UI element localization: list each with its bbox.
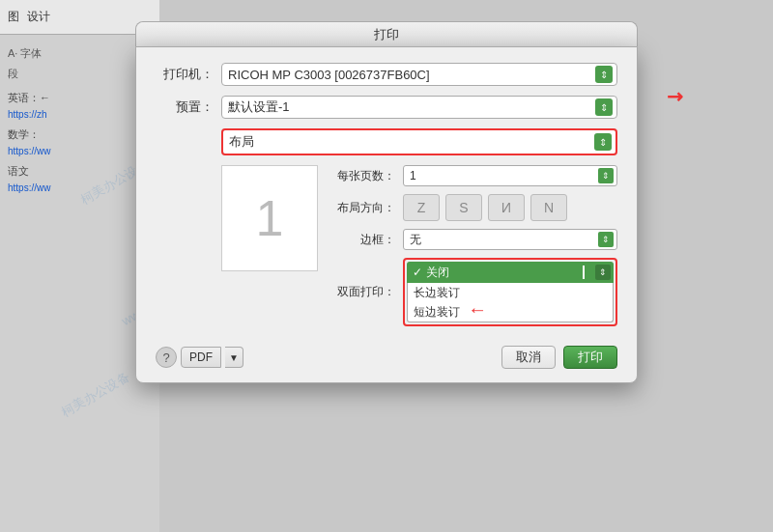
printer-select-wrap: RICOH MP C3003 [0026737FB60C] ⇕ <box>221 63 617 86</box>
border-value: 无 <box>410 232 421 248</box>
direction-icons: Z S N N <box>403 194 567 221</box>
english-label: 英语：← <box>8 91 152 105</box>
print-button[interactable]: 打印 <box>563 346 617 369</box>
duplex-checkmark: ✓ <box>413 266 422 279</box>
dialog-title: 打印 <box>374 26 399 43</box>
pages-per-sheet-value: 1 <box>410 169 416 182</box>
printer-label: 打印机： <box>156 66 214 83</box>
pages-per-sheet-select[interactable]: 1 ⇕ <box>403 165 617 186</box>
direction-z[interactable]: Z <box>403 194 440 221</box>
preset-select[interactable]: 默认设置-1 ⇕ <box>221 96 617 119</box>
footer-right: 取消 打印 <box>501 346 617 369</box>
printer-select[interactable]: RICOH MP C3003 [0026737FB60C] ⇕ <box>221 63 617 86</box>
duplex-dropdown: ✓ 关闭 ⇕ 长边装订 短边装订 <box>407 262 614 322</box>
cancel-button[interactable]: 取消 <box>501 346 556 369</box>
duplex-selected[interactable]: ✓ 关闭 ⇕ <box>407 262 614 283</box>
print-label: 打印 <box>578 349 603 366</box>
pdf-arrow-button[interactable]: ▼ <box>225 347 243 368</box>
direction-n1[interactable]: N <box>488 194 525 221</box>
duplex-arrow[interactable]: ⇕ <box>595 265 611 280</box>
preview-spacer <box>156 165 214 334</box>
print-dialog: 打印机： RICOH MP C3003 [0026737FB60C] ⇕ 预置：… <box>135 46 638 383</box>
footer-left: ? PDF ▼ <box>156 347 243 368</box>
settings-panel: 每张页数： 1 ⇕ 布局方向： Z S N N <box>333 165 617 334</box>
border-arrow[interactable]: ⇕ <box>598 232 614 247</box>
direction-n2[interactable]: N <box>530 194 567 221</box>
layout-select[interactable]: 布局 ⇕ <box>223 130 616 154</box>
layout-row: 布局 ⇕ <box>156 128 617 155</box>
help-label: ? <box>162 350 169 365</box>
pages-per-sheet-row: 每张页数： 1 ⇕ <box>333 165 617 186</box>
preset-value: 默认设置-1 <box>228 98 290 116</box>
cursor <box>583 266 590 279</box>
border-row: 边框： 无 ⇕ <box>333 229 617 250</box>
duplex-option-long[interactable]: 长边装订 <box>408 283 613 302</box>
duplex-wrap: ✓ 关闭 ⇕ 长边装订 短边装订 <box>403 258 617 326</box>
chinese-link: https://ww <box>8 182 152 193</box>
help-button[interactable]: ? <box>156 347 177 368</box>
printer-row: 打印机： RICOH MP C3003 [0026737FB60C] ⇕ <box>156 63 617 86</box>
preview-number: 1 <box>256 189 284 247</box>
cancel-label: 取消 <box>516 349 541 366</box>
window-titlebar: 打印 <box>135 21 638 47</box>
pdf-label: PDF <box>189 350 213 364</box>
direction-row: 布局方向： Z S N N <box>333 194 617 221</box>
border-wrap: 无 ⇕ <box>403 229 617 250</box>
titlebar-bar: 打印 <box>136 22 637 47</box>
math-link: https://ww <box>8 146 152 156</box>
pdf-dropdown-icon: ▼ <box>229 352 239 363</box>
direction-s[interactable]: S <box>445 194 482 221</box>
duplex-row: 双面打印： ✓ 关闭 ⇕ 长边装订 短边装订 <box>333 258 617 326</box>
duplex-options: 长边装订 短边装订 <box>407 283 614 322</box>
preview-box: 1 <box>221 165 318 271</box>
pdf-button[interactable]: PDF <box>181 347 221 368</box>
layout-value: 布局 <box>229 133 254 151</box>
preset-label: 预置： <box>156 98 214 116</box>
english-link: https://zh <box>8 109 152 120</box>
printer-value: RICOH MP C3003 [0026737FB60C] <box>228 68 430 82</box>
main-content: 1 每张页数： 1 ⇕ 布局方向： Z S N <box>156 165 617 334</box>
border-select[interactable]: 无 ⇕ <box>403 229 617 250</box>
math-label: 数学： <box>8 127 152 142</box>
border-label: 边框： <box>333 232 395 248</box>
duplex-highlight: ✓ 关闭 ⇕ 长边装订 短边装订 <box>403 258 617 326</box>
duplex-option-short[interactable]: 短边装订 <box>408 302 613 322</box>
segment-label: 段 <box>8 67 152 81</box>
dialog-footer: ? PDF ▼ 取消 打印 <box>156 346 617 369</box>
duplex-label: 双面打印： <box>333 284 395 300</box>
printer-arrow[interactable]: ⇕ <box>595 66 613 83</box>
chinese-label: 语文 <box>8 164 152 179</box>
pages-arrow[interactable]: ⇕ <box>598 168 614 183</box>
layout-select-wrap: 布局 ⇕ <box>221 128 617 155</box>
toolbar-label-1: 图 <box>8 9 19 25</box>
preset-arrow[interactable]: ⇕ <box>595 98 613 116</box>
toolbar-label-2: 设计 <box>27 9 50 25</box>
layout-arrow[interactable]: ⇕ <box>594 133 612 151</box>
pages-per-sheet-wrap: 1 ⇕ <box>403 165 617 186</box>
pages-per-sheet-label: 每张页数： <box>333 168 395 184</box>
direction-label: 布局方向： <box>333 200 395 216</box>
font-label: A· 字体 <box>8 46 152 61</box>
preset-row: 预置： 默认设置-1 ⇕ <box>156 96 617 119</box>
preset-select-wrap: 默认设置-1 ⇕ <box>221 96 617 119</box>
duplex-selected-value: 关闭 <box>426 265 449 281</box>
